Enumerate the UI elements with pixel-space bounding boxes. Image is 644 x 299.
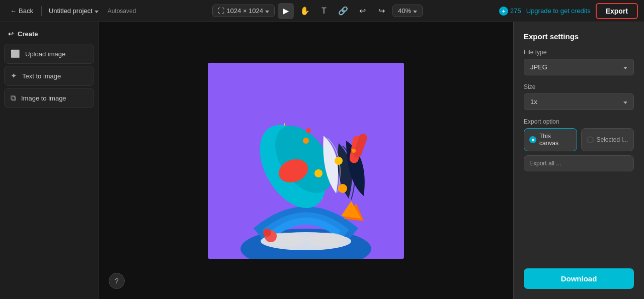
create-section-arrow-icon: ↩ xyxy=(8,30,14,38)
option-this-canvas[interactable]: This canvas xyxy=(524,128,577,151)
this-canvas-label: This canvas xyxy=(539,133,572,147)
sidebar-item-upload-image-label: Upload image xyxy=(25,50,65,58)
selected-radio xyxy=(587,136,594,143)
canvas xyxy=(208,63,404,259)
credits-icon: + xyxy=(499,7,508,16)
download-button[interactable]: Download xyxy=(524,268,634,289)
svg-point-16 xyxy=(338,184,347,193)
size-label: Size xyxy=(524,83,634,90)
back-arrow-icon: ← xyxy=(10,7,17,15)
export-panel-title: Export settings xyxy=(524,32,634,41)
sidebar-section-label: Create xyxy=(18,30,38,38)
this-canvas-radio xyxy=(529,136,536,143)
upgrade-link[interactable]: Upgrade to get credits xyxy=(526,7,591,15)
sidebar: ↩ Create ⬜ Upload image ✦ Text to image … xyxy=(0,22,99,299)
project-title-chevron-icon xyxy=(95,7,99,15)
help-button[interactable]: ? xyxy=(109,273,125,289)
move-tool-button[interactable]: ✋ xyxy=(297,3,313,19)
svg-point-15 xyxy=(263,229,271,237)
text-to-image-icon: ✦ xyxy=(11,71,17,80)
canvas-size-selector[interactable]: ⛶ 1024 × 1024 xyxy=(212,5,275,17)
autosaved-label: Autosaved xyxy=(108,8,136,15)
link-tool-button[interactable]: 🔗 xyxy=(335,3,351,19)
export-options-row: This canvas Selected l... xyxy=(524,128,634,151)
export-option-label: Export option xyxy=(524,118,634,125)
size-field: Size 1x xyxy=(524,83,634,110)
size-chevron-icon xyxy=(623,98,627,106)
export-all-button[interactable]: Export all ... xyxy=(524,155,634,171)
option-selected[interactable]: Selected l... xyxy=(581,128,634,151)
sidebar-item-text-to-image-label: Text to image xyxy=(22,72,61,80)
redo-button[interactable]: ↪ xyxy=(373,3,389,19)
zoom-selector[interactable]: 40% xyxy=(392,5,423,17)
credits-count: 275 xyxy=(510,7,521,15)
resize-icon: ⛶ xyxy=(218,7,224,15)
file-type-select[interactable]: JPEG xyxy=(524,59,634,75)
sidebar-section-create: ↩ Create xyxy=(4,28,94,40)
canvas-size-chevron-icon xyxy=(265,7,269,15)
export-button[interactable]: Export xyxy=(596,3,638,19)
export-panel: Export settings File type JPEG Size 1x E… xyxy=(513,22,644,299)
topbar-divider xyxy=(41,6,42,16)
export-option-field: Export option This canvas Selected l... … xyxy=(524,118,634,171)
file-type-label: File type xyxy=(524,49,634,56)
select-tool-button[interactable]: ▶ xyxy=(278,3,294,19)
svg-point-19 xyxy=(303,138,309,144)
back-label: Back xyxy=(19,7,33,15)
main-area: ↩ Create ⬜ Upload image ✦ Text to image … xyxy=(0,22,644,299)
project-title[interactable]: Untitled project xyxy=(46,5,102,17)
canvas-size-label: 1024 × 1024 xyxy=(226,7,263,15)
undo-button[interactable]: ↩ xyxy=(354,3,370,19)
svg-point-18 xyxy=(335,157,343,165)
zoom-chevron-icon xyxy=(413,7,417,15)
svg-point-21 xyxy=(352,149,356,153)
svg-point-17 xyxy=(314,169,323,177)
size-value: 1x xyxy=(530,98,537,106)
sidebar-item-image-to-image[interactable]: ⧉ Image to image xyxy=(4,88,94,108)
file-type-value: JPEG xyxy=(530,63,547,71)
canvas-illustration xyxy=(208,63,404,259)
back-button[interactable]: ← Back xyxy=(6,5,37,17)
upload-image-icon: ⬜ xyxy=(11,49,20,58)
text-tool-button[interactable]: T xyxy=(316,3,332,19)
topbar-right: + 275 Upgrade to get credits Export xyxy=(499,3,638,19)
topbar: ← Back Untitled project Autosaved ⛶ 1024… xyxy=(0,0,644,22)
image-to-image-icon: ⧉ xyxy=(11,93,16,103)
svg-point-4 xyxy=(306,233,346,247)
size-select[interactable]: 1x xyxy=(524,93,634,110)
sidebar-item-image-to-image-label: Image to image xyxy=(21,94,66,102)
help-icon: ? xyxy=(115,277,119,285)
project-name-label: Untitled project xyxy=(49,7,93,15)
topbar-center-tools: ⛶ 1024 × 1024 ▶ ✋ T 🔗 ↩ ↪ 40% xyxy=(140,3,495,19)
credits-display: + 275 xyxy=(499,7,521,16)
selected-label: Selected l... xyxy=(597,136,628,143)
sidebar-item-upload-image[interactable]: ⬜ Upload image xyxy=(4,44,94,64)
svg-point-20 xyxy=(306,128,311,133)
file-type-chevron-icon xyxy=(623,63,627,71)
canvas-area[interactable]: ? xyxy=(99,22,513,299)
sidebar-item-text-to-image[interactable]: ✦ Text to image xyxy=(4,66,94,86)
zoom-label: 40% xyxy=(398,7,411,15)
file-type-field: File type JPEG xyxy=(524,49,634,75)
